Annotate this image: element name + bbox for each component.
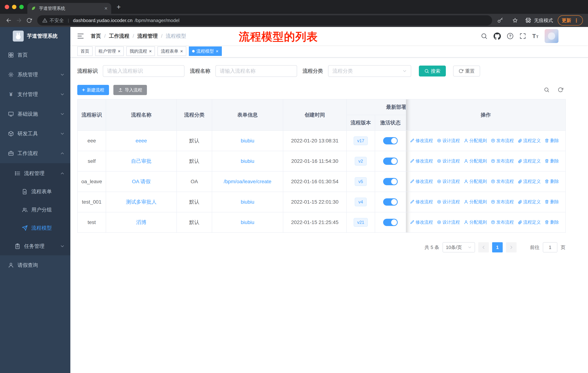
forward-button[interactable] [14, 15, 24, 26]
sidebar-item-process-management[interactable]: 流程管理 [0, 164, 70, 182]
delete-link[interactable]: 删除 [545, 219, 559, 225]
sidebar-item-leave-query[interactable]: 请假查询 [0, 255, 70, 275]
import-process-button[interactable]: 导入流程 [113, 85, 147, 95]
definition-link[interactable]: 流程定义 [518, 179, 541, 184]
reload-button[interactable] [24, 15, 34, 26]
design-link[interactable]: 设计流程 [437, 199, 460, 205]
assign-rule-link[interactable]: 分配规则 [464, 138, 487, 143]
fullscreen-icon[interactable] [519, 33, 526, 39]
active-toggle[interactable] [383, 178, 398, 185]
active-toggle[interactable] [383, 198, 398, 206]
process-name-link[interactable]: OA 请假 [132, 179, 151, 184]
sidebar-item-payment[interactable]: ¥ 支付管理 [0, 84, 70, 104]
window-zoom-button[interactable] [19, 5, 24, 9]
sidebar-item-task-management[interactable]: 任务管理 [0, 237, 70, 255]
active-toggle[interactable] [383, 137, 398, 144]
create-process-button[interactable]: + 新建流程 [77, 85, 109, 95]
avatar[interactable] [545, 29, 558, 43]
tag-close-icon[interactable]: × [180, 49, 183, 53]
new-tab-button[interactable]: + [117, 3, 121, 11]
breadcrumb-item[interactable]: 流程管理 [137, 33, 158, 40]
publish-link[interactable]: 发布流程 [491, 199, 514, 205]
version-badge[interactable]: v4 [355, 198, 367, 206]
sidebar-item-workflow[interactable]: 工作流程 [0, 143, 70, 163]
edit-link[interactable]: 修改流程 [410, 158, 433, 164]
browser-tab[interactable]: 芋道管理系统 × [27, 3, 111, 14]
definition-link[interactable]: 流程定义 [518, 138, 541, 143]
tag-my-process[interactable]: 我的流程 × [126, 46, 155, 56]
tag-process-model[interactable]: 流程模型 × [189, 46, 222, 56]
goto-page-input[interactable] [543, 242, 557, 252]
window-minimize-button[interactable] [12, 5, 16, 9]
font-size-icon[interactable]: TT [532, 33, 538, 39]
sidebar-item-home[interactable]: 首页 [0, 45, 70, 65]
assign-rule-link[interactable]: 分配规则 [464, 199, 487, 205]
delete-link[interactable]: 删除 [545, 179, 559, 184]
sidebar-item-system[interactable]: 系统管理 [0, 65, 70, 84]
delete-link[interactable]: 删除 [545, 199, 559, 205]
github-icon[interactable] [494, 32, 501, 40]
edit-link[interactable]: 修改流程 [410, 138, 433, 143]
search-icon[interactable] [481, 33, 487, 39]
next-page-button[interactable] [506, 242, 516, 252]
browser-menu-icon[interactable]: ⋮ [574, 18, 579, 23]
version-badge[interactable]: v21 [354, 218, 368, 227]
page-size-select[interactable]: 10条/页 [442, 242, 475, 252]
definition-link[interactable]: 流程定义 [518, 158, 541, 164]
sidebar-item-infrastructure[interactable]: 基础设施 [0, 104, 70, 124]
design-link[interactable]: 设计流程 [437, 138, 460, 143]
publish-link[interactable]: 发布流程 [491, 219, 514, 225]
form-link[interactable]: /bpm/oa/leave/create [224, 179, 271, 184]
tag-home[interactable]: 首页 [77, 46, 93, 56]
tag-process-form[interactable]: 流程表单 × [158, 46, 186, 56]
version-badge[interactable]: v2 [355, 157, 367, 165]
edit-link[interactable]: 修改流程 [410, 199, 433, 205]
sidebar-item-process-model[interactable]: 流程模型 [0, 219, 70, 237]
tag-close-icon[interactable]: × [149, 49, 152, 53]
tag-close-icon[interactable]: × [118, 49, 120, 53]
process-name-link[interactable]: 自己审批 [131, 158, 151, 164]
prev-page-button[interactable] [478, 242, 489, 252]
breadcrumb-item[interactable]: 首页 [91, 33, 101, 40]
app-logo[interactable]: 芋道管理系统 [0, 27, 70, 45]
form-link[interactable]: biubiu [241, 138, 254, 143]
address-bar[interactable]: 不安全 | dashboard.yudao.iocoder.cn /bpm/ma… [37, 15, 492, 26]
tag-tenant-management[interactable]: 租户管理 × [95, 46, 124, 56]
tag-close-icon[interactable]: × [216, 49, 219, 53]
process-key-input[interactable] [103, 65, 184, 77]
form-link[interactable]: biubiu [241, 199, 254, 205]
sidebar-item-devtools[interactable]: 研发工具 [0, 124, 70, 143]
publish-link[interactable]: 发布流程 [491, 138, 514, 143]
design-link[interactable]: 设计流程 [437, 158, 460, 164]
active-toggle[interactable] [383, 219, 398, 226]
help-icon[interactable]: ? [507, 33, 513, 39]
password-key-icon[interactable] [495, 15, 505, 26]
reset-button[interactable]: 重置 [453, 66, 480, 77]
publish-link[interactable]: 发布流程 [491, 158, 514, 164]
version-badge[interactable]: v5 [355, 177, 367, 186]
design-link[interactable]: 设计流程 [437, 179, 460, 184]
sidebar-item-user-group[interactable]: 用户分组 [0, 201, 70, 219]
delete-link[interactable]: 删除 [545, 138, 559, 143]
sidebar-item-process-form[interactable]: 流程表单 [0, 182, 70, 201]
category-select[interactable]: 流程分类 [328, 65, 411, 77]
definition-link[interactable]: 流程定义 [518, 219, 541, 225]
edit-link[interactable]: 修改流程 [410, 179, 433, 184]
delete-link[interactable]: 删除 [545, 158, 559, 164]
version-badge[interactable]: v17 [354, 136, 368, 145]
process-name-input[interactable] [215, 65, 297, 77]
active-toggle[interactable] [383, 158, 398, 165]
assign-rule-link[interactable]: 分配规则 [464, 158, 487, 164]
window-close-button[interactable] [5, 5, 9, 9]
form-link[interactable]: biubiu [241, 220, 254, 225]
process-name-link[interactable]: eeee [136, 138, 147, 143]
update-button[interactable]: 更新 ⋮ [558, 15, 583, 26]
form-link[interactable]: biubiu [241, 158, 254, 164]
publish-link[interactable]: 发布流程 [491, 179, 514, 184]
edit-link[interactable]: 修改流程 [410, 219, 433, 225]
bookmark-star-icon[interactable] [510, 15, 520, 26]
table-refresh-icon[interactable] [558, 87, 563, 92]
search-button[interactable]: 搜索 [419, 66, 446, 77]
current-page-button[interactable]: 1 [492, 242, 503, 252]
assign-rule-link[interactable]: 分配规则 [464, 179, 487, 184]
